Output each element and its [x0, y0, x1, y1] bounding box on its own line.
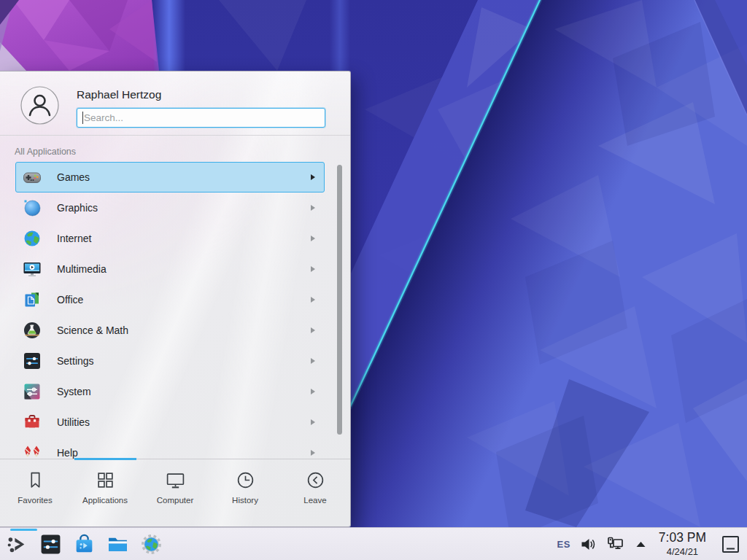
- category-graphics[interactable]: Graphics: [15, 192, 325, 223]
- category-label: Multimedia: [57, 263, 311, 275]
- submenu-arrow-icon: [311, 297, 315, 303]
- user-avatar[interactable]: [20, 86, 59, 125]
- volume-icon[interactable]: [579, 535, 597, 553]
- system-tray: ES 7:03 PM 4/24/21: [557, 532, 747, 556]
- submenu-arrow-icon: [311, 236, 315, 241]
- dolphin-folder-icon: [107, 533, 129, 556]
- kickoff-icon: [6, 533, 28, 556]
- submenu-arrow-icon: [311, 205, 315, 211]
- expand-tray-arrow-icon[interactable]: [635, 538, 647, 551]
- user-name: Raphael Hertzog: [77, 88, 327, 101]
- application-launcher-popup: Raphael Hertzog All Applications: [0, 71, 351, 527]
- launcher-tab-bar: Favorites Applications Computer: [0, 459, 350, 526]
- globe-icon: [23, 229, 42, 248]
- grid-icon: [96, 470, 115, 490]
- help-arrows-icon: [23, 443, 42, 460]
- category-label: Games: [57, 171, 311, 183]
- documents-icon: [23, 290, 42, 309]
- submenu-arrow-icon: [311, 450, 315, 456]
- clock-time: 7:03 PM: [659, 532, 706, 545]
- submenu-arrow-icon: [311, 419, 315, 425]
- active-tab-indicator: [74, 458, 136, 460]
- category-label: Help: [57, 447, 311, 459]
- bookmark-icon: [26, 470, 45, 490]
- dolphin-button[interactable]: [107, 533, 129, 556]
- tab-history[interactable]: History: [210, 470, 280, 505]
- discover-button[interactable]: [73, 533, 96, 556]
- system-settings-icon: [39, 533, 62, 556]
- submenu-arrow-icon: [311, 266, 315, 272]
- submenu-arrow-icon: [311, 358, 315, 364]
- konqueror-globe-gear-icon: [140, 533, 163, 556]
- submenu-arrow-icon: [311, 389, 315, 394]
- tab-leave[interactable]: Leave: [280, 470, 350, 505]
- category-utilities[interactable]: Utilities: [15, 407, 325, 438]
- sliders-color-icon: [23, 382, 42, 401]
- tab-label: Applications: [82, 496, 128, 505]
- keyboard-layout-indicator[interactable]: ES: [557, 539, 570, 550]
- category-label: Graphics: [57, 202, 311, 214]
- kickoff-launcher-button[interactable]: [6, 533, 28, 556]
- leave-icon: [306, 470, 325, 490]
- gamepad-icon: [23, 168, 42, 187]
- blue-sphere-icon: [23, 198, 42, 217]
- wired-network-icon[interactable]: [606, 534, 626, 554]
- tab-label: History: [232, 496, 258, 505]
- category-label: Office: [57, 294, 311, 306]
- category-internet[interactable]: Internet: [15, 223, 325, 254]
- tab-applications[interactable]: Applications: [70, 470, 140, 505]
- category-label: Science & Math: [57, 324, 311, 336]
- category-science-math[interactable]: Science & Math: [15, 315, 325, 346]
- sliders-dark-icon: [23, 351, 42, 370]
- list-scrollbar[interactable]: [337, 165, 342, 435]
- computer-icon: [166, 470, 185, 490]
- active-task-indicator: [10, 529, 37, 531]
- category-help[interactable]: Help: [15, 438, 325, 460]
- tab-label: Computer: [157, 496, 194, 505]
- category-label: Internet: [57, 233, 311, 244]
- clock-icon: [236, 470, 255, 490]
- category-label: Settings: [57, 355, 311, 367]
- tab-favorites[interactable]: Favorites: [0, 470, 70, 505]
- tab-computer[interactable]: Computer: [140, 470, 210, 505]
- category-label: Utilities: [57, 416, 311, 428]
- section-label: All Applications: [15, 147, 76, 157]
- text-caret: [82, 112, 83, 124]
- category-settings[interactable]: Settings: [15, 346, 325, 376]
- monitor-play-icon: [23, 260, 42, 279]
- category-games[interactable]: Games: [15, 162, 325, 192]
- submenu-arrow-icon: [311, 174, 315, 180]
- category-multimedia[interactable]: Multimedia: [15, 254, 325, 284]
- category-office[interactable]: Office: [15, 284, 325, 315]
- launcher-header: Raphael Hertzog: [0, 71, 350, 136]
- show-desktop-button[interactable]: [721, 534, 740, 554]
- taskbar-panel: ES 7:03 PM 4/24/21: [0, 527, 747, 560]
- discover-icon: [73, 533, 96, 556]
- category-list: Games Graphics: [15, 162, 325, 460]
- tab-label: Favorites: [18, 496, 52, 505]
- digital-clock[interactable]: 7:03 PM 4/24/21: [659, 532, 706, 556]
- toolbox-icon: [23, 413, 42, 432]
- search-input[interactable]: [77, 108, 325, 128]
- konqueror-button[interactable]: [140, 533, 163, 556]
- system-settings-button[interactable]: [39, 533, 62, 556]
- clock-date: 4/24/21: [667, 547, 698, 556]
- flask-icon: [23, 321, 42, 340]
- tab-label: Leave: [303, 496, 326, 505]
- category-label: System: [57, 386, 311, 397]
- category-system[interactable]: System: [15, 376, 325, 407]
- submenu-arrow-icon: [311, 327, 315, 333]
